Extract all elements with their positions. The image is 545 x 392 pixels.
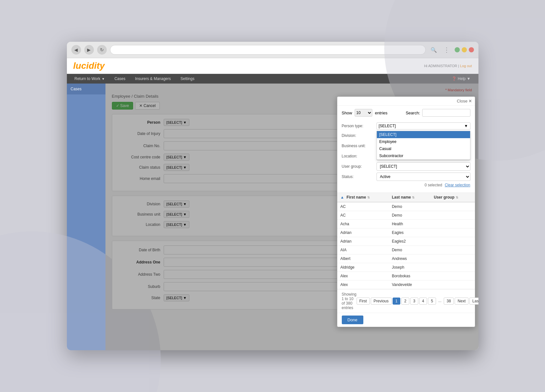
cell-group: [431, 281, 475, 289]
nav-settings[interactable]: Settings: [176, 74, 199, 84]
table-row[interactable]: ACDemo: [337, 202, 475, 211]
pagination-page-3[interactable]: 3: [410, 298, 418, 305]
pagination-next-button[interactable]: Next: [455, 298, 468, 305]
cell-first: AC: [337, 211, 389, 220]
person-type-select-trigger[interactable]: [SELECT] ▼: [377, 122, 470, 129]
cell-last: Demo: [389, 246, 431, 254]
pagination-page-5[interactable]: 5: [428, 298, 436, 305]
col-last-name[interactable]: Last name ⇅: [389, 193, 431, 202]
cell-group: [431, 228, 475, 237]
cell-first: Alex: [337, 281, 389, 289]
dropdown-option-employee[interactable]: Employee: [377, 138, 470, 145]
col-user-group[interactable]: User group ⇅: [431, 193, 475, 202]
cell-first: AIA: [337, 246, 389, 254]
browser-search-icon: 🔍: [429, 45, 439, 55]
cell-group: [431, 202, 475, 211]
cell-first: AC: [337, 202, 389, 211]
cell-last: Joseph: [389, 263, 431, 272]
pagination-page-1[interactable]: 1: [393, 298, 401, 305]
table-row[interactable]: AdrianEagles: [337, 228, 475, 237]
person-type-dropdown-container: [SELECT] ▼ [SELECT] Employee Casual Subc…: [377, 122, 470, 129]
cell-last: Borobokas: [389, 272, 431, 281]
done-button[interactable]: Done: [342, 316, 363, 324]
business-unit-filter-label: Business unit:: [342, 144, 374, 148]
pagination-first-button[interactable]: First: [357, 298, 370, 305]
nav-help[interactable]: ❓ Help ▼: [447, 74, 475, 84]
cell-first: Adrian: [337, 228, 389, 237]
table-row[interactable]: ACDemo: [337, 211, 475, 220]
show-entries-select[interactable]: 10 25 50: [355, 109, 372, 117]
show-entries-row: Show 10 25 50 entries: [342, 109, 388, 117]
cell-first: Alex: [337, 272, 389, 281]
dropdown-arrow-icon: ▼: [102, 77, 105, 81]
minimize-button[interactable]: [462, 47, 467, 52]
modal-close-bar: Close ✕: [337, 97, 475, 106]
dropdown-option-select[interactable]: [SELECT]: [377, 131, 470, 138]
refresh-button[interactable]: ↻: [97, 45, 107, 55]
browser-menu-icon: ⋮: [442, 45, 451, 55]
cell-last: Health: [389, 220, 431, 228]
dropdown-option-subcontractor[interactable]: Subcontractor: [377, 152, 470, 159]
close-button[interactable]: [469, 47, 474, 52]
cell-first: Adrian: [337, 237, 389, 246]
location-filter-label: Location:: [342, 154, 374, 158]
pagination-page-38[interactable]: 38: [444, 298, 454, 305]
table-body: ACDemoACDemoAchaHealthAdrianEaglesAdrian…: [337, 202, 475, 289]
cell-first: Aldridge: [337, 263, 389, 272]
sidebar: Cases: [67, 84, 105, 350]
results-table: ▲ First name ⇅ Last name ⇅: [337, 193, 475, 289]
table-row[interactable]: AldridgeJoseph: [337, 263, 475, 272]
cell-group: [431, 220, 475, 228]
user-group-filter-label: User group:: [342, 164, 374, 169]
status-filter-select[interactable]: Active: [377, 173, 470, 181]
cell-last: Eagles2: [389, 237, 431, 246]
clear-selection-button[interactable]: Clear selection: [445, 183, 470, 187]
forward-button[interactable]: ▶: [84, 45, 94, 55]
selected-count: 0 selected: [424, 183, 442, 187]
table-row[interactable]: AdrianEagles2: [337, 237, 475, 246]
logout-link[interactable]: Log out: [460, 64, 472, 68]
table-row[interactable]: AchaHealth: [337, 220, 475, 228]
user-group-filter-select[interactable]: [SELECT]: [377, 162, 470, 171]
col-first-name[interactable]: ▲ First name ⇅: [337, 193, 389, 202]
browser-window: ◀ ▶ ↻ 🔍 ⋮ lucidity Hi ADMINISTRATOR | Lo…: [67, 42, 478, 350]
maximize-button[interactable]: [455, 47, 460, 52]
cell-last: Vandevelde: [389, 281, 431, 289]
app-topbar: lucidity Hi ADMINISTRATOR | Log out: [67, 58, 478, 74]
table-row[interactable]: AIADemo: [337, 246, 475, 254]
back-button[interactable]: ◀: [71, 45, 81, 55]
cell-group: [431, 272, 475, 281]
dropdown-option-casual[interactable]: Casual: [377, 145, 470, 152]
sidebar-item-cases[interactable]: Cases: [67, 84, 105, 94]
cell-last: Demo: [389, 202, 431, 211]
search-input[interactable]: [422, 109, 470, 117]
sort-arrow-icon: ▲: [341, 195, 344, 200]
app-content: lucidity Hi ADMINISTRATOR | Log out Retu…: [67, 58, 478, 350]
cell-group: [431, 246, 475, 254]
nav-cases[interactable]: Cases: [110, 74, 130, 84]
person-select-modal: Close ✕ Show 10 25: [337, 96, 475, 327]
search-row: Search:: [406, 109, 470, 117]
table-row[interactable]: AlbertAndrews: [337, 254, 475, 263]
page-content: * Mandatory field Employee / Claim Detai…: [105, 84, 478, 350]
pagination-info: Showing 1 to 10 of 380 entries: [342, 292, 357, 310]
pagination-previous-button[interactable]: Previous: [371, 298, 392, 305]
cell-group: [431, 237, 475, 246]
table-row[interactable]: AlexVandevelde: [337, 281, 475, 289]
pagination-last-button[interactable]: Last: [469, 298, 478, 305]
app-main: Cases * Mandatory field Employee / Claim…: [67, 84, 478, 350]
address-bar[interactable]: [110, 45, 426, 55]
modal-footer: Done: [337, 313, 475, 327]
person-type-dropdown-list: [SELECT] Employee Casual Subcontractor: [377, 131, 470, 160]
browser-window-controls: [455, 47, 474, 52]
browser-toolbar: ◀ ▶ ↻ 🔍 ⋮: [67, 42, 478, 58]
table-row[interactable]: AlexBorobokas: [337, 272, 475, 281]
cell-first: Acha: [337, 220, 389, 228]
pagination-page-4[interactable]: 4: [419, 298, 427, 305]
nav-return-to-work[interactable]: Return to Work ▼: [70, 74, 109, 84]
pagination-page-2[interactable]: 2: [401, 298, 409, 305]
cell-first: Albert: [337, 254, 389, 263]
table-header-row: ▲ First name ⇅ Last name ⇅: [337, 193, 475, 202]
modal-close-button[interactable]: Close ✕: [457, 99, 472, 103]
nav-insurers[interactable]: Insurers & Managers: [131, 74, 175, 84]
